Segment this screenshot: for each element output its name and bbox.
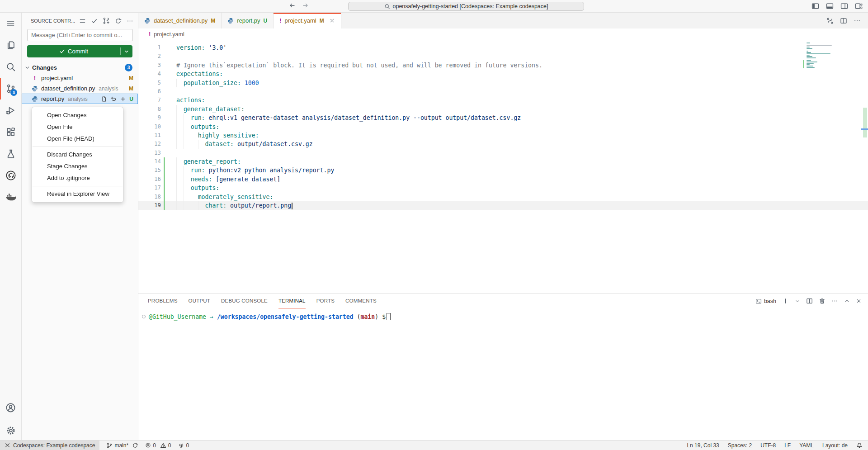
- application-menu-icon[interactable]: [0, 13, 21, 34]
- editor-tab[interactable]: !project.yamlM: [274, 13, 341, 28]
- more-actions-icon[interactable]: [127, 18, 133, 24]
- toggle-secondary-sidebar-icon[interactable]: [840, 2, 848, 10]
- changes-section-header[interactable]: Changes 3: [22, 62, 138, 73]
- customize-layout-icon[interactable]: [855, 2, 863, 10]
- code-line-15[interactable]: 15 run: python:v2 python analysis/report…: [138, 166, 868, 175]
- code-line-3[interactable]: 3# Ignore this`expectation` block. It is…: [138, 61, 868, 70]
- command-center-search[interactable]: opensafely-getting-started [Codespaces: …: [348, 2, 584, 11]
- code-line-7[interactable]: 7actions:: [138, 96, 868, 104]
- new-terminal-icon[interactable]: [782, 298, 789, 304]
- status-lf[interactable]: LF: [784, 442, 791, 449]
- toggle-panel-icon[interactable]: [826, 2, 834, 10]
- split-editor-icon[interactable]: [840, 17, 847, 24]
- code-line-13[interactable]: 13: [138, 149, 868, 157]
- remote-indicator[interactable]: Codespaces: Example codespace: [0, 441, 99, 450]
- status-layout-de[interactable]: Layout: de: [822, 442, 848, 449]
- view-sort-icon[interactable]: [79, 18, 86, 24]
- panel-tab-ports[interactable]: PORTS: [316, 294, 335, 308]
- panel-more-actions-icon[interactable]: [831, 298, 838, 304]
- run-debug-icon[interactable]: [0, 99, 21, 121]
- menu-item-add-to-gitignore[interactable]: Add to .gitignore: [32, 172, 123, 184]
- panel-tab-terminal[interactable]: TERMINAL: [278, 294, 306, 308]
- github-icon[interactable]: [0, 165, 21, 186]
- branch-create-icon[interactable]: [103, 17, 110, 24]
- code-line-11[interactable]: 11 highly_sensitive:: [138, 131, 868, 140]
- commit-message-input[interactable]: [27, 29, 133, 41]
- status-utf-8[interactable]: UTF-8: [760, 442, 776, 449]
- code-editor[interactable]: 1version: '3.0'23# Ignore this`expectati…: [138, 40, 868, 293]
- code-line-17[interactable]: 17 outputs:: [138, 184, 868, 192]
- editor-tab[interactable]: dataset_definition.pyM: [138, 13, 222, 28]
- code-line-1[interactable]: 1version: '3.0': [138, 43, 868, 52]
- editor-more-actions-icon[interactable]: [854, 17, 861, 24]
- code-text: version: '3.0': [168, 43, 226, 52]
- overview-ruler[interactable]: [861, 40, 868, 293]
- back-icon[interactable]: [288, 2, 296, 9]
- problems-indicator[interactable]: 0 0: [145, 442, 171, 449]
- scm-file-row[interactable]: dataset_definition.pyanalysisM: [22, 83, 138, 94]
- scm-file-row[interactable]: !project.yamlM: [22, 73, 138, 83]
- code-line-8[interactable]: 8 generate_dataset:: [138, 105, 868, 114]
- code-line-6[interactable]: 6: [138, 87, 868, 96]
- close-icon[interactable]: [329, 18, 335, 24]
- status-spaces-2[interactable]: Spaces: 2: [728, 442, 752, 449]
- code-line-2[interactable]: 2: [138, 52, 868, 61]
- terminal[interactable]: @GitHub_Username → /workspaces/opensafel…: [138, 308, 868, 440]
- stage-changes-icon[interactable]: [120, 96, 126, 102]
- panel-tab-output[interactable]: OUTPUT: [189, 294, 210, 308]
- split-terminal-icon[interactable]: [806, 298, 813, 304]
- kill-terminal-icon[interactable]: [819, 298, 826, 304]
- close-panel-icon[interactable]: [856, 298, 862, 304]
- account-icon[interactable]: [0, 397, 21, 418]
- menu-item-discard-changes[interactable]: Discard Changes: [32, 149, 123, 161]
- code-line-9[interactable]: 9 run: ehrql:v1 generate-dataset analysi…: [138, 114, 868, 122]
- forward-icon[interactable]: [302, 2, 309, 9]
- editor-tab[interactable]: report.pyU: [222, 13, 274, 28]
- status-ln-19-col-33[interactable]: Ln 19, Col 33: [687, 442, 719, 449]
- code-line-18[interactable]: 18 moderately_sensitive:: [138, 193, 868, 201]
- panel-tab-problems[interactable]: PROBLEMS: [148, 294, 178, 308]
- breadcrumb[interactable]: ! project.yaml: [138, 28, 868, 40]
- code-text: highly_sensitive:: [168, 131, 259, 140]
- commit-check-icon[interactable]: [91, 18, 98, 24]
- extensions-icon[interactable]: [0, 121, 21, 143]
- menu-item-reveal-in-explorer-view[interactable]: Reveal in Explorer View: [32, 188, 123, 200]
- panel-tab-debug-console[interactable]: DEBUG CONSOLE: [221, 294, 268, 308]
- terminal-dropdown-icon[interactable]: [795, 298, 800, 304]
- search-view-icon[interactable]: [0, 56, 21, 78]
- status-yaml[interactable]: YAML: [799, 442, 814, 449]
- open-changes-icon[interactable]: [826, 17, 834, 24]
- open-file-icon[interactable]: [101, 96, 107, 102]
- code-line-4[interactable]: 4expectations:: [138, 70, 868, 78]
- scm-file-row[interactable]: report.pyanalysisU: [22, 94, 138, 104]
- test-beaker-icon[interactable]: [0, 143, 21, 165]
- code-text: [168, 52, 176, 61]
- docker-icon[interactable]: [0, 186, 21, 208]
- minimap[interactable]: [807, 43, 857, 68]
- toggle-sidebar-icon[interactable]: [811, 2, 819, 10]
- commit-dropdown-icon[interactable]: [121, 45, 132, 57]
- ports-indicator[interactable]: 0: [178, 442, 189, 449]
- code-token: output/dataset.csv.gz: [234, 141, 313, 147]
- code-line-5[interactable]: 5 population_size: 1000: [138, 79, 868, 87]
- commit-button[interactable]: Commit: [27, 45, 132, 57]
- explorer-icon[interactable]: [0, 34, 21, 56]
- code-line-10[interactable]: 10 outputs:: [138, 123, 868, 131]
- maximize-panel-icon[interactable]: [844, 298, 850, 304]
- code-line-16[interactable]: 16 needs: [generate_dataset]: [138, 175, 868, 184]
- refresh-icon[interactable]: [115, 18, 122, 24]
- branch-indicator[interactable]: main*: [106, 442, 138, 449]
- menu-item-open-changes[interactable]: Open Changes: [32, 109, 123, 121]
- discard-changes-icon[interactable]: [110, 96, 117, 102]
- source-control-view-icon[interactable]: 3: [0, 78, 21, 99]
- code-line-14[interactable]: 14 generate_report:: [138, 157, 868, 166]
- terminal-shell-item[interactable]: bash: [755, 298, 776, 304]
- code-line-19[interactable]: 19 chart: output/report.png: [138, 201, 868, 210]
- menu-item-open-file[interactable]: Open File: [32, 121, 123, 133]
- menu-item-stage-changes[interactable]: Stage Changes: [32, 161, 123, 172]
- settings-gear-icon[interactable]: [0, 421, 21, 440]
- code-line-12[interactable]: 12 dataset: output/dataset.csv.gz: [138, 140, 868, 148]
- panel-tab-comments[interactable]: COMMENTS: [345, 294, 377, 308]
- menu-item-open-file-head-[interactable]: Open File (HEAD): [32, 133, 123, 145]
- notifications-bell-icon[interactable]: [856, 442, 863, 449]
